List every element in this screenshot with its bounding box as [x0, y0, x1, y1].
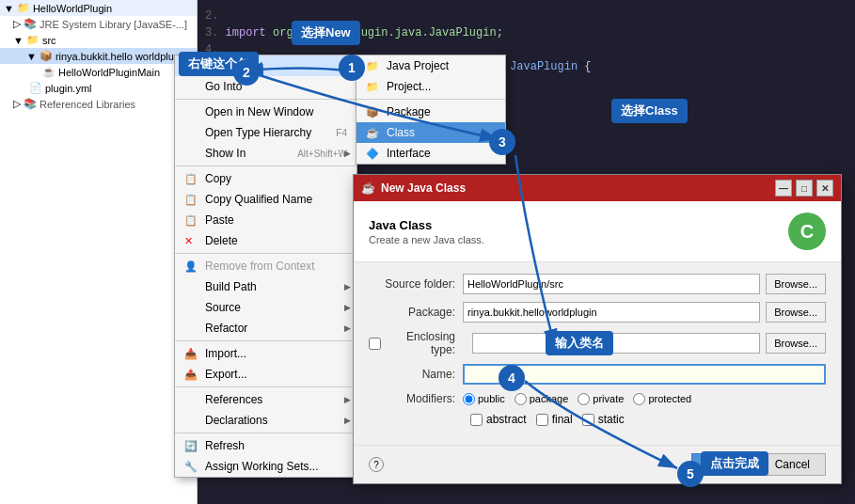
explorer-reflibs[interactable]: ▷ 📚 Referenced Libraries: [0, 96, 197, 112]
menu-import[interactable]: 📥 Import...: [175, 343, 356, 364]
dialog-title-icon: ☕: [361, 181, 375, 195]
menu-open-new-window[interactable]: Open in New Window: [175, 102, 356, 122]
submenu-class[interactable]: ☕ Class: [356, 122, 505, 143]
menu-divider-4: [175, 340, 356, 341]
new-java-class-dialog: ☕ New Java Class — □ ✕ Java Class Create…: [353, 174, 842, 484]
menu-remove-context: 👤 Remove from Context: [175, 256, 356, 276]
dialog-header-title: Java Class: [369, 218, 484, 232]
enclosing-type-input[interactable]: [472, 333, 760, 354]
enclosing-type-label: Enclosing type:: [369, 330, 463, 356]
modifier-private[interactable]: private: [578, 393, 624, 405]
menu-open-type-hierarchy[interactable]: Open Type Hierarchy F4: [175, 122, 356, 143]
modifier-package[interactable]: package: [515, 393, 569, 405]
footer-help: ?: [369, 457, 686, 472]
name-label: Name:: [369, 368, 463, 381]
menu-copy-qualified[interactable]: 📋 Copy Qualified Name: [175, 189, 356, 210]
submenu-java-project[interactable]: 📁 Java Project: [356, 55, 505, 76]
menu-export[interactable]: 📤 Export...: [175, 364, 356, 385]
name-row: Name:: [369, 364, 826, 385]
dialog-header-subtitle: Create a new Java class.: [369, 234, 484, 245]
help-icon[interactable]: ?: [369, 457, 384, 472]
dialog-minimize-button[interactable]: —: [775, 180, 792, 197]
modifiers-radio-group: public package private protected: [463, 393, 826, 405]
bubble-3: 3: [489, 129, 515, 155]
package-explorer: ▼ 📁 HelloWorldPlugin ▷ 📚 JRE System Libr…: [0, 0, 198, 504]
bubble-1: 1: [339, 55, 365, 81]
submenu-interface[interactable]: 🔷 Interface: [356, 143, 505, 164]
menu-refactor[interactable]: Refactor: [175, 318, 356, 339]
annotation-2-text: 选择New: [292, 21, 360, 45]
dialog-title-text: New Java Class: [381, 181, 466, 195]
submenu-package[interactable]: 📦 Package: [356, 102, 505, 122]
menu-go-into[interactable]: Go Into: [175, 76, 356, 97]
explorer-class[interactable]: ☕ HelloWorldPluginMain: [0, 64, 197, 80]
explorer-root[interactable]: ▼ 📁 HelloWorldPlugin: [0, 0, 197, 16]
extra-modifiers-row: abstract final static: [470, 413, 826, 426]
enclosing-type-browse-button[interactable]: Browse...: [766, 333, 826, 354]
final-checkbox[interactable]: [536, 414, 548, 426]
modifier-protected[interactable]: protected: [633, 393, 691, 405]
source-folder-label: Source folder:: [369, 277, 463, 291]
dialog-header: Java Class Create a new Java class. C: [354, 201, 841, 262]
dialog-controls: — □ ✕: [775, 180, 833, 197]
menu-divider-1: [175, 99, 356, 100]
menu-assign-working-sets[interactable]: 🔧 Assign Working Sets...: [175, 456, 356, 477]
package-label: Package:: [369, 306, 463, 319]
explorer-src[interactable]: ▼ 📁 src: [0, 32, 197, 48]
abstract-checkbox[interactable]: [470, 414, 483, 426]
menu-build-path[interactable]: Build Path: [175, 276, 356, 297]
modifier-public[interactable]: public: [463, 393, 505, 405]
source-folder-browse-button[interactable]: Browse...: [766, 274, 826, 294]
package-browse-button[interactable]: Browse...: [766, 302, 826, 323]
package-input[interactable]: [463, 302, 760, 323]
source-folder-row: Source folder: Browse...: [369, 274, 826, 294]
menu-declarations[interactable]: Declarations: [175, 410, 356, 431]
menu-divider-2: [175, 165, 356, 166]
menu-divider-6: [175, 433, 356, 433]
submenu-new: 📁 Java Project 📁 Project... 📦 Package ☕ …: [356, 55, 506, 165]
cancel-button[interactable]: Cancel: [759, 453, 826, 476]
menu-show-in[interactable]: Show In Alt+Shift+W: [175, 143, 356, 164]
menu-refresh[interactable]: 🔄 Refresh: [175, 435, 356, 456]
menu-copy[interactable]: 📋 Copy: [175, 168, 356, 189]
dialog-header-icon: C: [788, 213, 826, 250]
annotation-3-text: 选择Class: [611, 99, 688, 123]
annotation-4-text: 输入类名: [546, 331, 613, 355]
package-row: Package: Browse...: [369, 302, 826, 323]
dialog-title-left: ☕ New Java Class: [361, 181, 466, 195]
menu-divider-5: [175, 386, 356, 387]
source-folder-input[interactable]: [463, 274, 760, 294]
bubble-2: 2: [233, 59, 260, 86]
explorer-plugin-yml[interactable]: 📄 plugin.yml: [0, 80, 197, 96]
static-checkbox[interactable]: [582, 414, 594, 426]
menu-source[interactable]: Source: [175, 297, 356, 318]
modifiers-label: Modifiers:: [369, 392, 463, 405]
modifiers-row: Modifiers: public package private protec…: [369, 392, 826, 405]
submenu-project[interactable]: 📁 Project...: [356, 76, 505, 97]
menu-delete[interactable]: ✕ Delete: [175, 230, 356, 251]
dialog-titlebar: ☕ New Java Class — □ ✕: [354, 175, 841, 201]
context-menu: New Go Into Open in New Window Open Type…: [174, 55, 357, 478]
explorer-jre[interactable]: ▷ 📚 JRE System Library [JavaSE-...]: [0, 16, 197, 32]
dialog-header-text: Java Class Create a new Java class.: [369, 218, 484, 245]
menu-paste[interactable]: 📋 Paste: [175, 210, 356, 230]
dialog-close-button[interactable]: ✕: [816, 180, 833, 197]
bubble-5: 5: [677, 461, 704, 487]
bubble-4: 4: [499, 365, 525, 391]
explorer-package[interactable]: ▼ 📦 rinya.bukkit.hello worldplu...: [0, 48, 197, 64]
submenu-divider: [356, 99, 505, 100]
annotation-5-text: 点击完成: [701, 451, 768, 476]
menu-divider-3: [175, 253, 356, 254]
dialog-maximize-button[interactable]: □: [796, 180, 813, 197]
menu-references[interactable]: References: [175, 389, 356, 410]
enclosing-type-checkbox[interactable]: [369, 338, 381, 350]
